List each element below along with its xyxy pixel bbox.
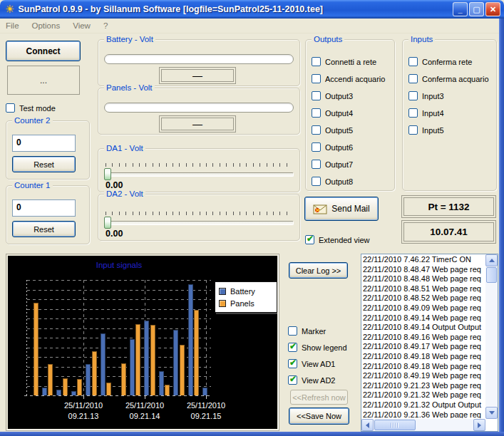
bar-battery [56, 390, 61, 395]
scroll-down-button[interactable] [485, 407, 498, 419]
menu-help[interactable]: ? [103, 20, 114, 31]
menu-bar: File Options View ? [0, 19, 499, 33]
output-row[interactable]: Connetti a rete [312, 57, 376, 66]
output-row[interactable]: Accendi acquario [312, 74, 385, 83]
counter1-value-field[interactable]: 0 [12, 199, 76, 217]
minimize-button[interactable]: _ [453, 2, 468, 16]
outputs-title: Outputs [312, 34, 344, 45]
input-checkbox[interactable] [408, 57, 418, 66]
chart-option-checkbox[interactable] [288, 359, 297, 368]
output-checkbox[interactable] [312, 177, 321, 186]
input-label: Input5 [422, 126, 444, 135]
chart-option-row[interactable]: View AD2 [288, 375, 336, 385]
log-entry[interactable]: 22/11/2010 9.21.32 Output Output [363, 400, 485, 410]
output-checkbox[interactable] [312, 125, 321, 135]
input-checkbox[interactable] [408, 125, 418, 135]
log-entry[interactable]: 22/11/2010 8.49.19 Web page req [363, 371, 485, 381]
clear-log-button[interactable]: Clear Log >> [289, 262, 348, 279]
panels-volt-title: Panels - Volt [104, 83, 155, 93]
output-label: Output5 [325, 126, 353, 135]
connect-button[interactable]: Connect [6, 41, 81, 61]
input-row[interactable]: Conferma acquario [408, 74, 489, 83]
chart-option-row[interactable]: Show legend [288, 343, 347, 352]
output-checkbox[interactable] [312, 74, 321, 83]
dots-button[interactable]: ... [7, 66, 80, 95]
scroll-up-button[interactable] [485, 254, 498, 266]
log-entry[interactable]: 22/11/2010 9.21.32 Web page req [363, 390, 485, 400]
counter2-reset-button[interactable]: Reset [12, 156, 76, 172]
output-checkbox[interactable] [312, 160, 321, 169]
input-checkbox[interactable] [408, 91, 418, 100]
x-axis-label-line: 09.21.13 [48, 411, 119, 422]
input-row[interactable]: Conferma rete [408, 57, 472, 66]
log-entry[interactable]: 22/11/2010 8.49.14 Output Output [363, 323, 485, 333]
output-row[interactable]: Output3 [312, 91, 353, 100]
log-entry[interactable]: 22/11/2010 7.46.22 TimerC ON [363, 255, 485, 265]
output-checkbox[interactable] [312, 142, 321, 152]
gridline-horizontal [27, 309, 211, 310]
da2-slider-track[interactable] [104, 221, 294, 225]
log-entry[interactable]: 22/11/2010 8.49.09 Web page req [363, 303, 485, 313]
extended-view-label: Extended view [319, 236, 370, 244]
log-entry[interactable]: 22/11/2010 8.48.51 Web page req [363, 284, 485, 294]
chart-option-checkbox[interactable] [288, 375, 297, 385]
da2-slider-ticks [106, 212, 292, 215]
vertical-scroll-thumb[interactable] [486, 267, 497, 283]
output-checkbox[interactable] [312, 57, 321, 66]
log-entry[interactable]: 22/11/2010 8.49.18 Web page req [363, 362, 485, 372]
horizontal-scroll-thumb[interactable] [374, 420, 416, 430]
counter2-value-field[interactable]: 0 [12, 135, 76, 152]
da2-slider-thumb[interactable] [104, 217, 111, 229]
chart-option-checkbox[interactable] [288, 343, 297, 352]
output-row[interactable]: Output8 [312, 177, 353, 186]
left-arrow-icon [366, 422, 369, 428]
output-row[interactable]: Output4 [312, 108, 353, 118]
test-mode-checkbox[interactable] [6, 103, 15, 113]
log-entry[interactable]: 22/11/2010 8.48.48 Web page req [363, 274, 485, 284]
log-entry[interactable]: 22/11/2010 8.49.18 Web page req [363, 352, 485, 362]
output-row[interactable]: Output5 [312, 125, 353, 135]
scroll-right-button[interactable] [473, 419, 485, 431]
inputs-title: Inputs [408, 34, 435, 45]
log-entry[interactable]: 22/11/2010 8.49.16 Web page req [363, 333, 485, 343]
send-mail-button[interactable]: Send Mail [304, 197, 379, 221]
output-checkbox[interactable] [312, 108, 321, 118]
input-checkbox[interactable] [408, 74, 418, 83]
title-bar[interactable]: ☀ SunPatrol 0.9.9 - by Sillanum Software… [0, 0, 504, 19]
input-row[interactable]: Input4 [408, 108, 444, 118]
log-entry[interactable]: 22/11/2010 8.49.14 Web page req [363, 313, 485, 323]
input-row[interactable]: Input3 [408, 91, 444, 100]
chart-option-checkbox[interactable] [288, 326, 297, 336]
close-button[interactable]: ✕ [485, 2, 500, 16]
save-now-button[interactable]: <<Save Now [289, 408, 349, 425]
output-checkbox[interactable] [312, 91, 321, 100]
test-mode-row[interactable]: Test mode [6, 103, 56, 113]
menu-view[interactable]: View [73, 20, 97, 31]
x-axis-label: 25/11/201009.21.13 [48, 400, 119, 422]
output-row[interactable]: Output7 [312, 160, 353, 169]
menu-options[interactable]: Options [32, 20, 67, 31]
menu-file[interactable]: File [6, 20, 26, 31]
input-row[interactable]: Input5 [408, 125, 444, 135]
output-row[interactable]: Output6 [312, 142, 353, 152]
vertical-scrollbar[interactable] [485, 254, 498, 419]
bar-panels [150, 325, 155, 395]
horizontal-scrollbar[interactable] [361, 419, 485, 431]
log-entry[interactable]: 22/11/2010 8.48.52 Web page req [363, 294, 485, 303]
extended-view-checkbox[interactable] [305, 235, 314, 244]
chart-option-row[interactable]: View AD1 [288, 359, 336, 368]
input-checkbox[interactable] [408, 108, 418, 118]
log-entry[interactable]: 22/11/2010 9.21.23 Web page req [363, 381, 485, 391]
mail-icon [313, 204, 327, 214]
log-entry[interactable]: 22/11/2010 9.21.36 Web page req [363, 410, 485, 419]
extended-view-row[interactable]: Extended view [305, 235, 370, 244]
counter1-reset-button[interactable]: Reset [12, 221, 76, 237]
log-entry[interactable]: 22/11/2010 8.49.17 Web page req [363, 342, 485, 352]
da1-slider-track[interactable] [104, 172, 294, 177]
bar-panels [106, 383, 111, 395]
scroll-left-button[interactable] [361, 419, 374, 431]
da1-slider-thumb[interactable] [104, 168, 111, 180]
log-listbox[interactable]: 22/11/2010 7.46.22 TimerC ON22/11/2010 8… [361, 254, 498, 432]
log-entry[interactable]: 22/11/2010 8.48.47 Web page req [363, 265, 485, 275]
chart-option-row[interactable]: Marker [288, 326, 326, 336]
